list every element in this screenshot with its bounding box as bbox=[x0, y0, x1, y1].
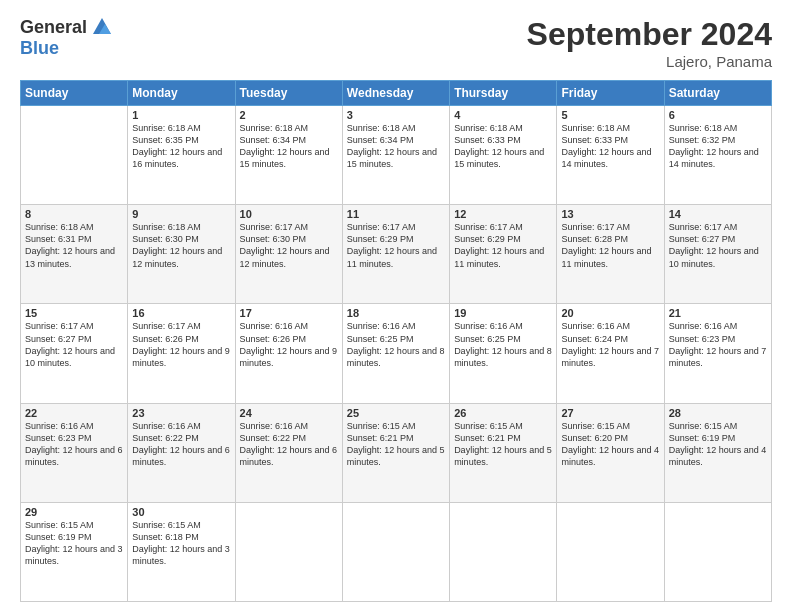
day-info: Sunrise: 6:17 AM Sunset: 6:27 PM Dayligh… bbox=[669, 221, 767, 270]
table-row: 20 Sunrise: 6:16 AM Sunset: 6:24 PM Dayl… bbox=[557, 304, 664, 403]
table-row: 10 Sunrise: 6:17 AM Sunset: 6:30 PM Dayl… bbox=[235, 205, 342, 304]
day-number: 12 bbox=[454, 208, 552, 220]
day-number: 23 bbox=[132, 407, 230, 419]
table-row bbox=[235, 502, 342, 601]
day-number: 16 bbox=[132, 307, 230, 319]
day-info: Sunrise: 6:16 AM Sunset: 6:26 PM Dayligh… bbox=[240, 320, 338, 369]
table-row bbox=[21, 106, 128, 205]
day-info: Sunrise: 6:17 AM Sunset: 6:29 PM Dayligh… bbox=[347, 221, 445, 270]
day-number: 5 bbox=[561, 109, 659, 121]
day-number: 4 bbox=[454, 109, 552, 121]
table-row: 18 Sunrise: 6:16 AM Sunset: 6:25 PM Dayl… bbox=[342, 304, 449, 403]
table-row: 4 Sunrise: 6:18 AM Sunset: 6:33 PM Dayli… bbox=[450, 106, 557, 205]
day-number: 3 bbox=[347, 109, 445, 121]
table-row: 13 Sunrise: 6:17 AM Sunset: 6:28 PM Dayl… bbox=[557, 205, 664, 304]
col-tuesday: Tuesday bbox=[235, 81, 342, 106]
col-monday: Monday bbox=[128, 81, 235, 106]
table-row: 28 Sunrise: 6:15 AM Sunset: 6:19 PM Dayl… bbox=[664, 403, 771, 502]
table-row: 17 Sunrise: 6:16 AM Sunset: 6:26 PM Dayl… bbox=[235, 304, 342, 403]
table-row: 12 Sunrise: 6:17 AM Sunset: 6:29 PM Dayl… bbox=[450, 205, 557, 304]
day-number: 30 bbox=[132, 506, 230, 518]
day-info: Sunrise: 6:17 AM Sunset: 6:29 PM Dayligh… bbox=[454, 221, 552, 270]
day-number: 19 bbox=[454, 307, 552, 319]
day-number: 24 bbox=[240, 407, 338, 419]
day-number: 8 bbox=[25, 208, 123, 220]
table-row: 15 Sunrise: 6:17 AM Sunset: 6:27 PM Dayl… bbox=[21, 304, 128, 403]
day-info: Sunrise: 6:18 AM Sunset: 6:32 PM Dayligh… bbox=[669, 122, 767, 171]
table-row: 16 Sunrise: 6:17 AM Sunset: 6:26 PM Dayl… bbox=[128, 304, 235, 403]
day-info: Sunrise: 6:18 AM Sunset: 6:33 PM Dayligh… bbox=[454, 122, 552, 171]
title-block: September 2024 Lajero, Panama bbox=[527, 16, 772, 70]
col-saturday: Saturday bbox=[664, 81, 771, 106]
day-number: 14 bbox=[669, 208, 767, 220]
table-row: 8 Sunrise: 6:18 AM Sunset: 6:31 PM Dayli… bbox=[21, 205, 128, 304]
table-row: 11 Sunrise: 6:17 AM Sunset: 6:29 PM Dayl… bbox=[342, 205, 449, 304]
table-row: 14 Sunrise: 6:17 AM Sunset: 6:27 PM Dayl… bbox=[664, 205, 771, 304]
day-info: Sunrise: 6:16 AM Sunset: 6:23 PM Dayligh… bbox=[669, 320, 767, 369]
day-number: 1 bbox=[132, 109, 230, 121]
calendar-week-3: 22 Sunrise: 6:16 AM Sunset: 6:23 PM Dayl… bbox=[21, 403, 772, 502]
day-info: Sunrise: 6:17 AM Sunset: 6:30 PM Dayligh… bbox=[240, 221, 338, 270]
day-info: Sunrise: 6:16 AM Sunset: 6:25 PM Dayligh… bbox=[347, 320, 445, 369]
table-row: 9 Sunrise: 6:18 AM Sunset: 6:30 PM Dayli… bbox=[128, 205, 235, 304]
table-row bbox=[664, 502, 771, 601]
calendar-week-0: 1 Sunrise: 6:18 AM Sunset: 6:35 PM Dayli… bbox=[21, 106, 772, 205]
day-number: 21 bbox=[669, 307, 767, 319]
month-title: September 2024 bbox=[527, 16, 772, 53]
day-number: 20 bbox=[561, 307, 659, 319]
day-number: 17 bbox=[240, 307, 338, 319]
table-row: 22 Sunrise: 6:16 AM Sunset: 6:23 PM Dayl… bbox=[21, 403, 128, 502]
day-info: Sunrise: 6:15 AM Sunset: 6:20 PM Dayligh… bbox=[561, 420, 659, 469]
logo: General Blue bbox=[20, 16, 113, 59]
table-row: 19 Sunrise: 6:16 AM Sunset: 6:25 PM Dayl… bbox=[450, 304, 557, 403]
day-number: 9 bbox=[132, 208, 230, 220]
table-row bbox=[557, 502, 664, 601]
table-row: 21 Sunrise: 6:16 AM Sunset: 6:23 PM Dayl… bbox=[664, 304, 771, 403]
day-number: 26 bbox=[454, 407, 552, 419]
day-info: Sunrise: 6:16 AM Sunset: 6:25 PM Dayligh… bbox=[454, 320, 552, 369]
day-info: Sunrise: 6:15 AM Sunset: 6:19 PM Dayligh… bbox=[669, 420, 767, 469]
calendar-table: Sunday Monday Tuesday Wednesday Thursday… bbox=[20, 80, 772, 602]
table-row: 2 Sunrise: 6:18 AM Sunset: 6:34 PM Dayli… bbox=[235, 106, 342, 205]
table-row: 26 Sunrise: 6:15 AM Sunset: 6:21 PM Dayl… bbox=[450, 403, 557, 502]
page: General Blue September 2024 Lajero, Pana… bbox=[0, 0, 792, 612]
day-number: 2 bbox=[240, 109, 338, 121]
table-row: 5 Sunrise: 6:18 AM Sunset: 6:33 PM Dayli… bbox=[557, 106, 664, 205]
col-wednesday: Wednesday bbox=[342, 81, 449, 106]
logo-blue: Blue bbox=[20, 38, 59, 58]
calendar-week-2: 15 Sunrise: 6:17 AM Sunset: 6:27 PM Dayl… bbox=[21, 304, 772, 403]
day-number: 10 bbox=[240, 208, 338, 220]
day-info: Sunrise: 6:18 AM Sunset: 6:31 PM Dayligh… bbox=[25, 221, 123, 270]
day-number: 27 bbox=[561, 407, 659, 419]
day-info: Sunrise: 6:15 AM Sunset: 6:19 PM Dayligh… bbox=[25, 519, 123, 568]
day-info: Sunrise: 6:17 AM Sunset: 6:27 PM Dayligh… bbox=[25, 320, 123, 369]
table-row: 27 Sunrise: 6:15 AM Sunset: 6:20 PM Dayl… bbox=[557, 403, 664, 502]
logo-general: General bbox=[20, 17, 87, 38]
col-friday: Friday bbox=[557, 81, 664, 106]
day-info: Sunrise: 6:18 AM Sunset: 6:33 PM Dayligh… bbox=[561, 122, 659, 171]
table-row: 1 Sunrise: 6:18 AM Sunset: 6:35 PM Dayli… bbox=[128, 106, 235, 205]
day-info: Sunrise: 6:16 AM Sunset: 6:24 PM Dayligh… bbox=[561, 320, 659, 369]
table-row: 24 Sunrise: 6:16 AM Sunset: 6:22 PM Dayl… bbox=[235, 403, 342, 502]
day-number: 11 bbox=[347, 208, 445, 220]
table-row: 30 Sunrise: 6:15 AM Sunset: 6:18 PM Dayl… bbox=[128, 502, 235, 601]
day-info: Sunrise: 6:18 AM Sunset: 6:34 PM Dayligh… bbox=[347, 122, 445, 171]
table-row bbox=[342, 502, 449, 601]
table-row: 29 Sunrise: 6:15 AM Sunset: 6:19 PM Dayl… bbox=[21, 502, 128, 601]
table-row: 6 Sunrise: 6:18 AM Sunset: 6:32 PM Dayli… bbox=[664, 106, 771, 205]
logo-icon bbox=[91, 16, 113, 38]
calendar-week-4: 29 Sunrise: 6:15 AM Sunset: 6:19 PM Dayl… bbox=[21, 502, 772, 601]
day-info: Sunrise: 6:17 AM Sunset: 6:26 PM Dayligh… bbox=[132, 320, 230, 369]
col-sunday: Sunday bbox=[21, 81, 128, 106]
header-row: Sunday Monday Tuesday Wednesday Thursday… bbox=[21, 81, 772, 106]
day-info: Sunrise: 6:18 AM Sunset: 6:30 PM Dayligh… bbox=[132, 221, 230, 270]
day-info: Sunrise: 6:15 AM Sunset: 6:21 PM Dayligh… bbox=[347, 420, 445, 469]
day-info: Sunrise: 6:16 AM Sunset: 6:22 PM Dayligh… bbox=[132, 420, 230, 469]
table-row bbox=[450, 502, 557, 601]
table-row: 23 Sunrise: 6:16 AM Sunset: 6:22 PM Dayl… bbox=[128, 403, 235, 502]
day-number: 29 bbox=[25, 506, 123, 518]
day-number: 15 bbox=[25, 307, 123, 319]
day-info: Sunrise: 6:16 AM Sunset: 6:23 PM Dayligh… bbox=[25, 420, 123, 469]
day-number: 18 bbox=[347, 307, 445, 319]
day-number: 25 bbox=[347, 407, 445, 419]
